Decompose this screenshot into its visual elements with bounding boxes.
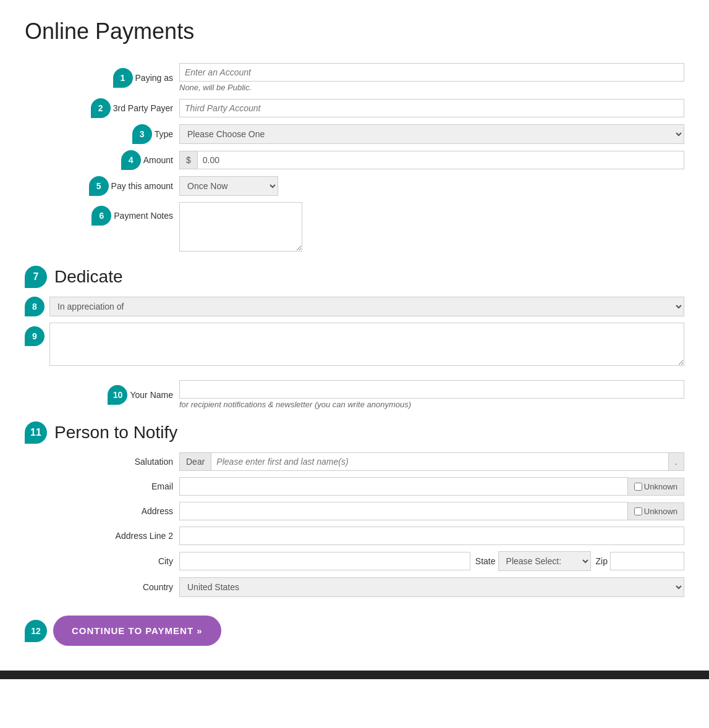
- dedicate-heading-row: 7 Dedicate: [25, 266, 684, 288]
- email-unknown-label[interactable]: Unknown: [628, 478, 684, 496]
- person-to-notify-heading: Person to Notify: [54, 423, 177, 442]
- payment-notes-label: Payment Notes: [114, 211, 173, 221]
- step-12-badge: 12: [25, 620, 47, 642]
- step-6-badge-wrap: 6: [91, 206, 111, 226]
- page-title: Online Payments: [25, 19, 684, 44]
- email-input[interactable]: [179, 477, 628, 496]
- payment-notes-label-col: 6 Payment Notes: [25, 202, 179, 226]
- dedicate-dropdown-row: 8 In appreciation of In honor of In memo…: [25, 297, 684, 316]
- amount-label-col: 4 Amount: [25, 150, 179, 170]
- your-name-label-col: 10 Your Name: [25, 385, 179, 405]
- amount-input[interactable]: 0.00: [198, 151, 684, 169]
- salutation-dear: Dear: [179, 452, 211, 471]
- step-9-badge-wrap: 9: [25, 323, 45, 346]
- paying-as-input[interactable]: [179, 63, 684, 82]
- country-label: Country: [143, 582, 173, 592]
- address-unknown-checkbox[interactable]: [634, 507, 642, 515]
- address-unknown-label[interactable]: Unknown: [628, 502, 684, 520]
- salutation-name-input[interactable]: [211, 452, 669, 471]
- salutation-input-col: Dear .: [179, 452, 684, 471]
- step-5-badge: 5: [89, 176, 109, 196]
- address-line2-row: Address Line 2: [25, 527, 684, 545]
- country-select[interactable]: United States Canada United Kingdom Othe…: [179, 577, 684, 597]
- zip-wrap: Zip: [596, 552, 684, 570]
- state-wrap: State Please Select: Alabama California …: [475, 551, 591, 571]
- address-input[interactable]: [179, 502, 628, 520]
- step-10-badge-wrap: 10: [108, 385, 127, 405]
- dollar-sign: $: [180, 151, 198, 169]
- email-input-col: Unknown: [179, 477, 684, 496]
- country-label-col: Country: [25, 582, 179, 592]
- paying-as-label-col: 1 Paying as: [25, 68, 179, 88]
- city-wrap: [179, 552, 470, 570]
- address-line2-label: Address Line 2: [116, 531, 173, 541]
- email-unknown-checkbox[interactable]: [634, 483, 642, 491]
- step-10-badge: 10: [108, 385, 127, 405]
- city-input[interactable]: [179, 552, 470, 570]
- address-input-col: Unknown: [179, 502, 684, 520]
- dedicate-type-select[interactable]: In appreciation of In honor of In memory…: [49, 297, 684, 316]
- step-1-badge-wrap: 1: [113, 68, 133, 88]
- dedicate-text-row: 9: [25, 323, 684, 368]
- type-select[interactable]: Please Choose One Option A Option B: [179, 124, 684, 144]
- amount-row: 4 Amount $ 0.00: [25, 150, 684, 170]
- address-unknown-wrap: Unknown: [179, 502, 684, 520]
- pay-amount-input-col: Once Now Monthly Quarterly Annually: [179, 176, 684, 196]
- paying-as-input-col: None, will be Public.: [179, 63, 684, 92]
- dedicate-textarea[interactable]: [49, 323, 684, 366]
- dedicate-heading: Dedicate: [54, 267, 123, 287]
- step-4-badge: 4: [121, 150, 141, 170]
- continue-btn-wrap: 12 CONTINUE TO PAYMENT »: [25, 616, 684, 664]
- your-name-label: Your Name: [130, 390, 173, 400]
- footer-bar: [0, 671, 709, 679]
- address-unknown-text: Unknown: [644, 507, 677, 516]
- salutation-label: Salutation: [135, 457, 173, 467]
- paying-as-row: 1 Paying as None, will be Public.: [25, 63, 684, 92]
- email-unknown-wrap: Unknown: [179, 477, 684, 496]
- type-label: Type: [155, 129, 173, 139]
- step-11-badge-wrap: 11: [25, 421, 47, 444]
- step-6-badge: 6: [91, 206, 111, 226]
- email-row: Email Unknown: [25, 477, 684, 496]
- amount-input-col: $ 0.00: [179, 151, 684, 169]
- paying-as-label: Paying as: [135, 73, 173, 83]
- payment-notes-row: 6 Payment Notes: [25, 202, 684, 253]
- city-state-zip-row: City State Please Select: Alabama Califo…: [25, 551, 684, 571]
- address-label: Address: [142, 506, 173, 516]
- step-4-badge-wrap: 4: [121, 150, 141, 170]
- continue-to-payment-button[interactable]: CONTINUE TO PAYMENT »: [53, 616, 221, 646]
- payment-notes-textarea[interactable]: [179, 202, 302, 252]
- pay-amount-select[interactable]: Once Now Monthly Quarterly Annually: [179, 176, 278, 196]
- notify-heading-row: 11 Person to Notify: [25, 421, 684, 444]
- salutation-dot-button[interactable]: .: [669, 452, 684, 471]
- zip-label: Zip: [596, 556, 608, 566]
- country-row: Country United States Canada United King…: [25, 577, 684, 597]
- step-9-badge: 9: [25, 326, 45, 346]
- type-label-col: 3 Type: [25, 124, 179, 144]
- step-8-badge: 8: [25, 297, 45, 316]
- third-party-label-col: 2 3rd Party Payer: [25, 98, 179, 118]
- step-1-badge: 1: [113, 68, 133, 88]
- address-line2-input[interactable]: [179, 527, 684, 545]
- your-name-row: 10 Your Name for recipient notifications…: [25, 380, 684, 409]
- paying-as-hint: None, will be Public.: [179, 83, 684, 92]
- payment-notes-input-col: [179, 202, 302, 253]
- step-7-badge: 7: [25, 266, 47, 288]
- state-label: State: [475, 556, 496, 566]
- step-8-badge-wrap: 8: [25, 297, 45, 316]
- salutation-wrap: Dear .: [179, 452, 684, 471]
- your-name-input[interactable]: [179, 380, 684, 399]
- step-2-badge-wrap: 2: [91, 98, 111, 118]
- pay-amount-label: Pay this amount: [111, 181, 173, 191]
- zip-input[interactable]: [610, 552, 684, 570]
- city-label: City: [158, 556, 173, 566]
- salutation-row: Salutation Dear .: [25, 452, 684, 471]
- city-state-zip-input-col: State Please Select: Alabama California …: [179, 551, 684, 571]
- step-3-badge-wrap: 3: [132, 124, 152, 144]
- state-select[interactable]: Please Select: Alabama California New Yo…: [498, 551, 591, 571]
- third-party-input[interactable]: [179, 99, 684, 117]
- pay-amount-label-col: 5 Pay this amount: [25, 176, 179, 196]
- third-party-label: 3rd Party Payer: [113, 103, 173, 113]
- step-2-badge: 2: [91, 98, 111, 118]
- step-3-badge: 3: [132, 124, 152, 144]
